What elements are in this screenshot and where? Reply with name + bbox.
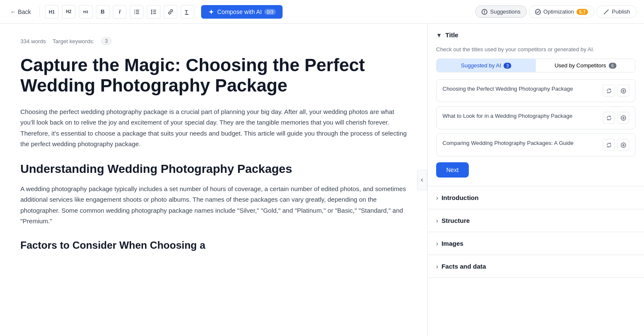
images-section-label: Images	[442, 240, 464, 247]
editor-panel: 334 words Target keywords: 3 Capture the…	[0, 24, 428, 336]
structure-section: › Structure	[428, 209, 644, 232]
images-section-header[interactable]: › Images	[428, 232, 644, 255]
structure-chevron-icon: ›	[436, 217, 438, 224]
right-panel: ▼ Title Check out the titles used by you…	[428, 24, 644, 336]
optimization-tab[interactable]: Optimization 5.7	[529, 6, 595, 18]
main-area: 334 words Target keywords: 3 Capture the…	[0, 24, 644, 336]
facts-section-label: Facts and data	[442, 263, 486, 270]
title-item-add-button[interactable]	[617, 85, 629, 97]
svg-point-6	[151, 9, 152, 11]
title-item: Comparing Wedding Photography Packages: …	[436, 133, 636, 156]
title-item-actions	[603, 112, 629, 124]
title-item-add-button[interactable]	[617, 139, 629, 151]
ordered-list-button[interactable]: 1 2 3	[130, 5, 143, 19]
title-item-refresh-button[interactable]	[603, 85, 615, 97]
title-section: ▼ Title Check out the titles used by you…	[428, 24, 644, 186]
introduction-section: › Introduction	[428, 186, 644, 209]
introduction-chevron-icon: ›	[436, 194, 438, 201]
svg-text:T: T	[185, 9, 188, 14]
title-section-label: Title	[445, 31, 459, 39]
introduction-section-label: Introduction	[442, 194, 479, 201]
editor-body-1[interactable]: A wedding photography package typically …	[20, 183, 407, 227]
editor-h2-2[interactable]: Factors to Consider When Choosing a	[20, 239, 407, 252]
suggested-by-ai-tab[interactable]: Suggested by AI 3	[437, 59, 536, 72]
italic-button[interactable]: I	[113, 5, 126, 19]
svg-point-8	[151, 13, 152, 14]
title-item-actions	[603, 139, 629, 151]
used-by-competitors-tab[interactable]: Used by Competitors 6	[536, 59, 635, 72]
title-description: Check out the titles used by your compet…	[436, 46, 636, 53]
toolbar: ← Back H1 H2 H3 B I 1 2 3 T	[0, 0, 644, 24]
editor-meta: 334 words Target keywords: 3	[20, 37, 407, 45]
link-button[interactable]	[164, 5, 177, 19]
target-keywords-label: Target keywords:	[53, 38, 94, 44]
compose-ai-button[interactable]: Compose with AI 0/3	[201, 5, 283, 19]
h1-button[interactable]: H1	[45, 5, 59, 19]
svg-point-7	[151, 11, 152, 12]
title-item-text: Choosing the Perfect Wedding Photography…	[442, 85, 599, 93]
suggestions-tab[interactable]: Suggestions	[475, 6, 527, 18]
toolbar-divider-1	[39, 7, 40, 17]
bold-button[interactable]: B	[96, 5, 109, 19]
editor-h2-1[interactable]: Understanding Wedding Photography Packag…	[20, 161, 407, 177]
title-chevron-icon: ▼	[436, 32, 442, 39]
structure-section-header[interactable]: › Structure	[428, 209, 644, 232]
images-section: › Images	[428, 232, 644, 255]
title-tabs: Suggested by AI 3 Used by Competitors 6	[436, 58, 636, 72]
publish-button[interactable]: Publish	[596, 6, 637, 18]
next-button[interactable]: Next	[436, 162, 469, 178]
structure-section-label: Structure	[442, 217, 470, 224]
title-item: What to Look for in a Wedding Photograph…	[436, 106, 636, 129]
title-item-text: What to Look for in a Wedding Photograph…	[442, 112, 599, 120]
toolbar-right: Suggestions Optimization 5.7 Publish	[475, 6, 637, 18]
back-button[interactable]: ← Back	[7, 7, 34, 17]
word-count: 334 words	[20, 38, 46, 44]
title-section-header[interactable]: ▼ Title	[428, 24, 644, 46]
title-item-text: Comparing Wedding Photography Packages: …	[442, 139, 599, 147]
title-item-refresh-button[interactable]	[603, 112, 615, 124]
title-item: Choosing the Perfect Wedding Photography…	[436, 79, 636, 102]
format-button[interactable]: T	[181, 5, 194, 19]
svg-text:3: 3	[134, 12, 135, 14]
h3-button[interactable]: H3	[79, 5, 92, 19]
facts-section: › Facts and data	[428, 255, 644, 278]
editor-title[interactable]: Capture the Magic: Choosing the Perfect …	[20, 55, 407, 96]
collapse-panel-button[interactable]	[417, 170, 427, 190]
title-section-content: Check out the titles used by your compet…	[428, 46, 644, 186]
title-item-add-button[interactable]	[617, 112, 629, 124]
keyword-count-badge: 3	[101, 37, 112, 45]
images-chevron-icon: ›	[436, 240, 438, 247]
title-item-refresh-button[interactable]	[603, 139, 615, 151]
title-item-actions	[603, 85, 629, 97]
facts-section-header[interactable]: › Facts and data	[428, 255, 644, 278]
introduction-section-header[interactable]: › Introduction	[428, 186, 644, 209]
h2-button[interactable]: H2	[62, 5, 76, 19]
editor-intro-paragraph[interactable]: Choosing the perfect wedding photography…	[20, 106, 407, 150]
unordered-list-button[interactable]	[147, 5, 160, 19]
facts-chevron-icon: ›	[436, 263, 438, 270]
